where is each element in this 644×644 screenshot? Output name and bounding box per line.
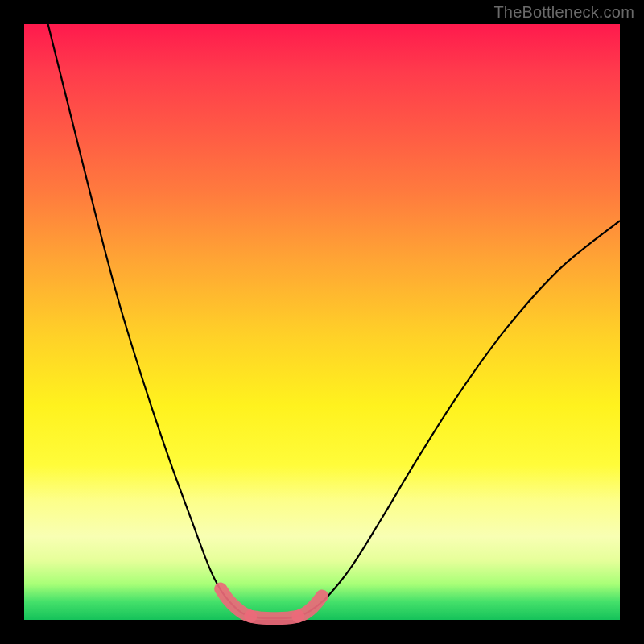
watermark-text: TheBottleneck.com bbox=[493, 3, 634, 22]
series-floor-highlight bbox=[250, 617, 298, 619]
series-right-curve bbox=[298, 221, 620, 616]
chart-frame: TheBottleneck.com bbox=[0, 0, 644, 644]
chart-svg bbox=[24, 24, 620, 620]
plot-area bbox=[24, 24, 620, 620]
series-left-curve bbox=[48, 24, 251, 617]
series-right-highlight bbox=[298, 596, 322, 616]
